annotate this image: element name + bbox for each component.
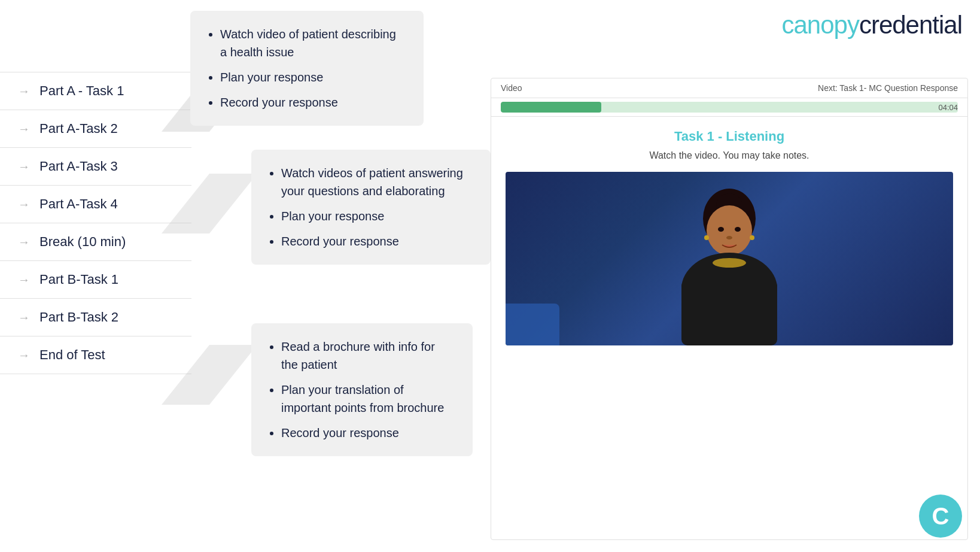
svg-marker-2 (162, 345, 257, 405)
tooltip-3-list: Read a brochure with info for the patien… (269, 338, 455, 442)
canopy-circle-label: C (932, 503, 949, 530)
svg-point-10 (718, 227, 724, 232)
sidebar-item-label: Part B-Task 1 (39, 272, 118, 287)
sidebar-item-label: Part B-Task 2 (39, 310, 118, 325)
logo-canopy: canopy (781, 11, 859, 39)
task-subtitle: Watch the video. You may take notes. (506, 150, 953, 161)
tooltip-3-item-3: Record your response (281, 424, 455, 442)
sidebar-item-part-b-task-2[interactable]: → Part B-Task 2 (0, 299, 191, 336)
tooltip-3-item-2: Plan your translation of important point… (281, 381, 455, 417)
arrow-icon: → (18, 198, 30, 211)
arrow-icon: → (18, 273, 30, 287)
tooltip-1-item-1: Watch video of patient describing a heal… (220, 25, 406, 61)
tooltip-2-item-3: Record your response (281, 232, 473, 250)
connector-3 (162, 345, 257, 405)
tooltip-2-item-1: Watch videos of patient answering your q… (281, 164, 473, 200)
task-title: Task 1 - Listening (506, 129, 953, 144)
tooltip-1-item-2: Plan your response (220, 68, 406, 86)
arrow-icon: → (18, 160, 30, 174)
arrow-icon: → (18, 311, 30, 324)
svg-point-8 (713, 258, 746, 268)
tooltip-1-list: Watch video of patient describing a heal… (208, 25, 406, 111)
tooltip-task1: Watch video of patient describing a heal… (190, 11, 424, 126)
svg-rect-9 (681, 280, 777, 345)
tooltip-2-list: Watch videos of patient answering your q… (269, 164, 473, 250)
tooltip-1-item-3: Record your response (220, 93, 406, 111)
panel-body: Task 1 - Listening Watch the video. You … (491, 117, 967, 357)
progress-bar-inner (501, 102, 601, 113)
logo: canopycredential (781, 11, 962, 40)
panel-header: Video Next: Task 1- MC Question Response (491, 78, 967, 98)
sidebar-item-label: Part A-Task 2 (39, 121, 118, 137)
tooltip-2-item-2: Plan your response (281, 207, 473, 225)
tooltip-task3: Watch videos of patient answering your q… (251, 150, 491, 265)
progress-bar-container: 04:04 (491, 98, 967, 117)
right-panel: Video Next: Task 1- MC Question Response… (491, 78, 968, 540)
svg-point-5 (707, 205, 752, 256)
logo-credential: credential (859, 11, 962, 39)
progress-bar-outer (501, 102, 958, 113)
arrow-icon: → (18, 235, 30, 249)
video-label: Video (501, 83, 522, 93)
svg-point-11 (735, 227, 741, 232)
video-thumbnail[interactable] (506, 172, 953, 345)
sidebar-item-label: End of Test (39, 347, 105, 363)
svg-point-13 (704, 235, 709, 240)
tooltip-3-item-1: Read a brochure with info for the patien… (281, 338, 455, 374)
connector-2 (162, 174, 257, 233)
arrow-icon: → (18, 348, 30, 362)
sidebar-item-label: Break (10 min) (39, 234, 126, 250)
sidebar-item-part-b-task-1[interactable]: → Part B-Task 1 (0, 261, 191, 299)
video-person-svg (646, 184, 813, 345)
video-overlay (506, 304, 559, 345)
arrow-icon: → (18, 122, 30, 136)
tooltip-task-b2: Read a brochure with info for the patien… (251, 323, 473, 456)
canopy-circle-logo: C (919, 495, 962, 538)
sidebar-item-label: Part A - Task 1 (39, 83, 124, 99)
sidebar-item-label: Part A-Task 3 (39, 159, 118, 174)
svg-point-14 (750, 235, 754, 240)
svg-point-12 (726, 236, 732, 239)
progress-time: 04:04 (938, 103, 958, 112)
sidebar-item-label: Part A-Task 4 (39, 196, 118, 212)
arrow-icon: → (18, 84, 30, 98)
svg-marker-1 (162, 174, 257, 233)
next-label: Next: Task 1- MC Question Response (818, 83, 958, 93)
